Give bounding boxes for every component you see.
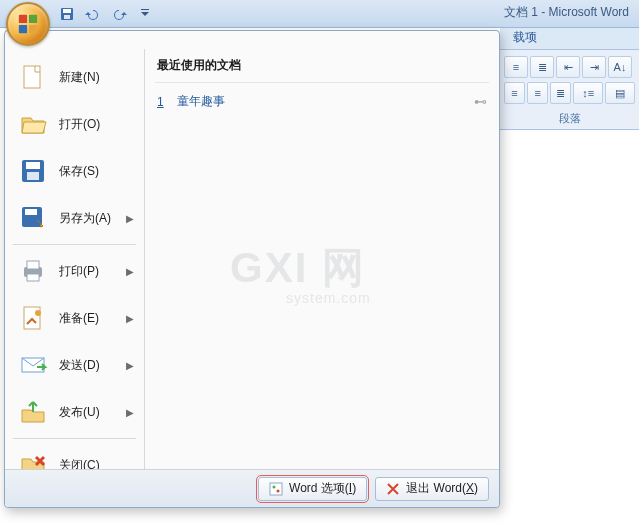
recent-documents-header: 最近使用的文档 [155, 51, 489, 83]
menu-item-label: 另存为(A) [59, 210, 111, 227]
office-menu: 新建(N) 打开(O) 保存(S) 另存为(A) ▶ 打印(P) ▶ [4, 30, 500, 508]
line-spacing-button[interactable]: ↕≡ [573, 82, 603, 104]
sort-button[interactable]: A↓ [608, 56, 632, 78]
menu-separator [13, 438, 136, 439]
quick-access-toolbar [56, 0, 156, 27]
send-icon [17, 349, 49, 381]
menu-item-label: 打印(P) [59, 263, 99, 280]
office-menu-footer: Word 选项(I) 退出 Word(X) [5, 469, 499, 507]
chevron-down-icon [141, 9, 149, 19]
exit-word-button[interactable]: 退出 Word(X) [375, 477, 489, 501]
svg-rect-5 [63, 9, 71, 13]
numbering-button[interactable]: ≣ [530, 56, 554, 78]
align-left-icon: ≡ [511, 87, 517, 99]
recent-item-name: 童年趣事 [177, 93, 225, 110]
menu-item-label: 保存(S) [59, 163, 99, 180]
options-icon [269, 482, 283, 496]
title-bar: 文档 1 - Microsoft Word [0, 0, 639, 28]
bullets-icon: ≡ [513, 61, 519, 73]
align-center-icon: ≡ [534, 87, 540, 99]
exit-word-label: 退出 Word(X) [406, 480, 478, 497]
office-menu-commands: 新建(N) 打开(O) 保存(S) 另存为(A) ▶ 打印(P) ▶ [5, 49, 145, 469]
menu-item-send[interactable]: 发送(D) ▶ [8, 342, 141, 388]
office-button[interactable] [6, 2, 50, 46]
submenu-arrow-icon: ▶ [126, 313, 134, 324]
prepare-icon [17, 302, 49, 334]
ribbon-group-label: 段落 [504, 108, 635, 127]
align-left-button[interactable]: ≡ [504, 82, 525, 104]
svg-point-20 [273, 485, 276, 488]
save-icon [60, 7, 74, 21]
new-icon [17, 61, 49, 93]
decrease-indent-button[interactable]: ⇤ [556, 56, 580, 78]
svg-rect-6 [64, 15, 70, 19]
recent-document-item[interactable]: 1 童年趣事 ⊷ [155, 89, 489, 114]
print-icon [17, 255, 49, 287]
redo-icon [114, 7, 128, 21]
svg-rect-7 [24, 66, 40, 88]
align-justify-button[interactable]: ≣ [550, 82, 571, 104]
save-as-icon [17, 202, 49, 234]
close-icon [17, 449, 49, 469]
menu-item-label: 新建(N) [59, 69, 100, 86]
ribbon-tabs: 载项 [500, 28, 639, 50]
indent-icon: ⇥ [590, 61, 599, 74]
office-logo-icon [17, 13, 39, 35]
submenu-arrow-icon: ▶ [126, 266, 134, 277]
ribbon: 载项 ≡ ≣ ⇤ ⇥ A↓ ≡ ≡ ≣ ↕≡ ▤ 段落 [500, 28, 639, 130]
qat-save-button[interactable] [56, 4, 78, 24]
ribbon-group-paragraph: ≡ ≣ ⇤ ⇥ A↓ ≡ ≡ ≣ ↕≡ ▤ 段落 [500, 50, 639, 130]
menu-item-label: 发布(U) [59, 404, 100, 421]
submenu-arrow-icon: ▶ [126, 213, 134, 224]
menu-item-publish[interactable]: 发布(U) ▶ [8, 389, 141, 435]
shading-icon: ▤ [615, 87, 625, 100]
submenu-arrow-icon: ▶ [126, 360, 134, 371]
menu-item-label: 发送(D) [59, 357, 100, 374]
pin-icon[interactable]: ⊷ [474, 94, 487, 109]
tab-addins[interactable]: 载项 [504, 25, 546, 49]
bullets-button[interactable]: ≡ [504, 56, 528, 78]
align-center-button[interactable]: ≡ [527, 82, 548, 104]
menu-item-new[interactable]: 新建(N) [8, 54, 141, 100]
open-icon [17, 108, 49, 140]
menu-item-print[interactable]: 打印(P) ▶ [8, 248, 141, 294]
menu-item-open[interactable]: 打开(O) [8, 101, 141, 147]
increase-indent-button[interactable]: ⇥ [582, 56, 606, 78]
svg-rect-15 [27, 274, 39, 281]
svg-rect-3 [29, 25, 37, 33]
svg-rect-0 [19, 15, 27, 23]
menu-item-close[interactable]: 关闭(C) [8, 442, 141, 469]
svg-rect-12 [25, 209, 37, 215]
recent-documents-panel: 最近使用的文档 1 童年趣事 ⊷ [145, 49, 499, 469]
menu-item-label: 打开(O) [59, 116, 100, 133]
exit-icon [386, 482, 400, 496]
menu-separator [13, 244, 136, 245]
qat-customize-button[interactable] [134, 4, 156, 24]
menu-item-label: 关闭(C) [59, 457, 100, 470]
svg-rect-10 [27, 172, 39, 180]
shading-button[interactable]: ▤ [605, 82, 635, 104]
word-options-button[interactable]: Word 选项(I) [258, 477, 367, 501]
svg-rect-9 [26, 162, 40, 169]
undo-icon [84, 7, 98, 21]
outdent-icon: ⇤ [564, 61, 573, 74]
menu-item-save[interactable]: 保存(S) [8, 148, 141, 194]
publish-icon [17, 396, 49, 428]
svg-point-21 [277, 489, 280, 492]
submenu-arrow-icon: ▶ [126, 407, 134, 418]
svg-rect-14 [27, 261, 39, 269]
svg-rect-1 [29, 15, 37, 23]
save-icon [17, 155, 49, 187]
svg-rect-19 [270, 483, 282, 495]
menu-item-save-as[interactable]: 另存为(A) ▶ [8, 195, 141, 241]
qat-undo-button[interactable] [80, 4, 102, 24]
svg-rect-2 [19, 25, 27, 33]
recent-item-number: 1 [157, 95, 169, 109]
menu-item-label: 准备(E) [59, 310, 99, 327]
menu-item-prepare[interactable]: 准备(E) ▶ [8, 295, 141, 341]
svg-point-17 [35, 310, 41, 316]
window-title: 文档 1 - Microsoft Word [504, 4, 629, 21]
sort-icon: A↓ [614, 61, 627, 73]
word-options-label: Word 选项(I) [289, 480, 356, 497]
qat-redo-button[interactable] [110, 4, 132, 24]
